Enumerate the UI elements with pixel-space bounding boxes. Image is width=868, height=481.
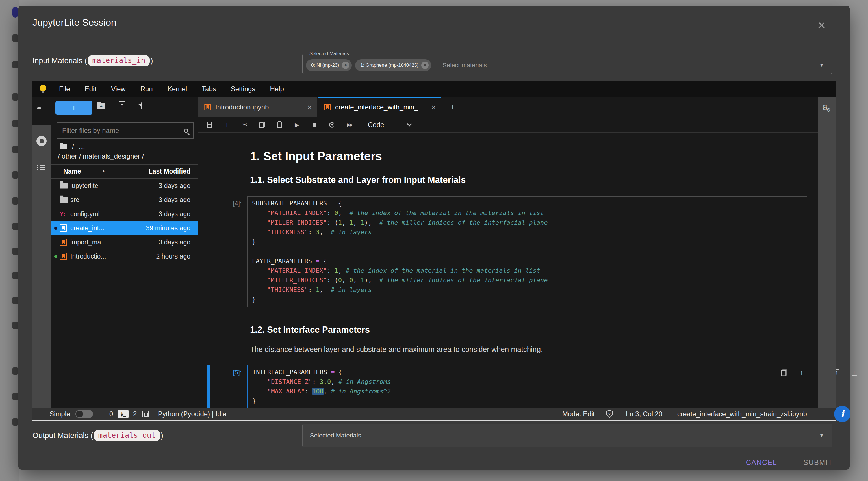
menu-settings[interactable]: Settings [231, 85, 255, 93]
insert-cell-below-icon[interactable]: ↓ [850, 369, 858, 376]
chevron-down-icon[interactable]: ▼ [819, 433, 824, 438]
cancel-button[interactable]: CANCEL [740, 456, 783, 469]
background-app-icon [12, 171, 18, 179]
cell4-prompt: [4]: [200, 200, 242, 207]
tab-create-interface[interactable]: create_interface_with_min_ × [318, 97, 441, 117]
run-icon[interactable]: ▶ [293, 122, 301, 128]
folder-icon [60, 183, 68, 189]
materials-select-legend: Selected Materials [307, 51, 351, 57]
terminal-glyph: $_ [118, 410, 129, 418]
unsaved-dot [54, 227, 57, 230]
background-app-icon [12, 146, 18, 153]
file-row-introduction[interactable]: Introductio... 2 hours ago [51, 249, 198, 263]
background-app-icon [12, 247, 18, 255]
filter-placeholder: Filter files by name [62, 127, 184, 134]
duplicate-cell-icon[interactable] [780, 370, 788, 376]
chevron-down-icon[interactable]: ▼ [819, 62, 824, 68]
tab-filebrowser[interactable] [32, 97, 51, 125]
menu-tabs[interactable]: Tabs [202, 85, 216, 93]
background-app-icon [12, 61, 18, 68]
code-line: "THICKNESS": 3, # in layers [252, 228, 807, 237]
chip-remove-icon[interactable]: × [342, 62, 349, 69]
menu-help[interactable]: Help [270, 85, 284, 93]
filter-files-input[interactable]: Filter files by name [57, 122, 194, 139]
restart-run-all-icon[interactable]: ▶▶ [346, 122, 353, 127]
kernel-count[interactable]: 2 [133, 408, 137, 420]
cut-icon[interactable]: ✂ [241, 122, 248, 128]
trust-shield-icon[interactable]: × [606, 408, 613, 420]
terminal-icon[interactable]: $_ [118, 408, 129, 420]
material-chip[interactable]: 0: Ni (mp-23) × [306, 59, 352, 71]
add-tab-icon[interactable]: + [447, 101, 458, 113]
materials-select-field[interactable]: Selected Materials 0: Ni (mp-23) × 1: Gr… [302, 51, 832, 74]
mode-indicator[interactable]: Mode: Edit [562, 408, 595, 420]
output-materials-select[interactable]: Selected Materials ▼ [302, 424, 832, 447]
submit-button[interactable]: SUBMIT [797, 456, 839, 469]
file-list-header[interactable]: Name ▲ Last Modified [51, 164, 198, 179]
new-folder-icon[interactable]: + [97, 103, 105, 109]
refresh-icon[interactable] [141, 103, 143, 108]
breadcrumb[interactable]: / … [59, 143, 85, 151]
kernel-sessions-icon[interactable] [142, 408, 149, 420]
column-name[interactable]: Name [63, 168, 81, 175]
file-row-import-materials[interactable]: import_ma... 3 days ago [51, 235, 198, 249]
insert-cell-icon[interactable]: + [223, 122, 230, 128]
materials-out-pill: materials_out [94, 430, 160, 441]
breadcrumb-ellipsis[interactable]: … [79, 143, 85, 151]
stop-icon[interactable]: ■ [311, 122, 318, 128]
running-sessions-icon[interactable] [36, 136, 46, 146]
tab-close-icon[interactable]: × [307, 103, 312, 112]
breadcrumb-path[interactable]: / other / materials_designer / [58, 152, 144, 160]
kernel-status-text[interactable]: Python (Pyodide) | Idle [158, 408, 226, 420]
gear-icon[interactable]: ⚙ ⚙ [822, 104, 828, 112]
cell-type-select[interactable]: Code [368, 121, 384, 129]
running-kernel-dot [54, 255, 57, 258]
input-materials-prefix: Input Materials ( [32, 57, 87, 65]
code-cell-4[interactable]: SUBSTRATE_PARAMETERS = { "MATERIAL_INDEX… [247, 197, 807, 307]
menu-edit[interactable]: Edit [85, 85, 96, 93]
close-icon[interactable]: × [817, 18, 826, 32]
menu-run[interactable]: Run [141, 85, 153, 93]
output-materials-label: Output Materials ( materials_out ) [32, 429, 163, 442]
terminal-count[interactable]: 0 [110, 408, 113, 420]
file-row-config-yml[interactable]: Y: config.yml 3 days ago [51, 207, 198, 221]
save-icon[interactable] [206, 122, 213, 128]
code-line: "THICKNESS": 1, # in layers [252, 285, 807, 295]
code-cell-5[interactable]: ↑ ↓ ↑ ↓ INTERFACE_PARAMETERS = { "DISTAN… [247, 365, 807, 409]
breadcrumb-root[interactable]: / [72, 143, 74, 151]
file-row-src[interactable]: src 3 days ago [51, 193, 198, 207]
select-materials-placeholder: Select materials [442, 62, 487, 69]
fast-forward-icon: ▶ [347, 122, 349, 127]
material-chip[interactable]: 1: Graphene (mp-1040425) × [355, 59, 431, 71]
simple-mode-toggle[interactable] [75, 408, 93, 420]
cursor-position[interactable]: Ln 3, Col 20 [626, 408, 662, 420]
restart-kernel-icon[interactable] [328, 122, 336, 128]
sort-asc-icon[interactable]: ▲ [101, 169, 106, 173]
code-line: SUBSTRATE_PARAMETERS = { [252, 199, 807, 208]
search-icon [184, 128, 188, 133]
material-chip-label: 0: Ni (mp-23) [311, 62, 339, 68]
file-row-jupyterlite[interactable]: jupyterlite 3 days ago [51, 179, 198, 193]
menu-view[interactable]: View [111, 85, 126, 93]
chip-remove-icon[interactable]: × [421, 62, 429, 69]
code-line: "DISTANCE_Z": 3.0, # in Angstroms [252, 377, 807, 387]
menu-kernel[interactable]: Kernel [167, 85, 187, 93]
new-launcher-button[interactable]: + [55, 101, 92, 115]
tab-close-icon[interactable]: × [431, 103, 436, 112]
heading-select-substrate: 1.1. Select Substrate and Layer from Inp… [250, 175, 466, 185]
menu-file[interactable]: File [59, 85, 70, 93]
home-folder-icon[interactable] [60, 144, 67, 150]
file-row-create-interface[interactable]: create_int... 39 minutes ago [51, 221, 198, 235]
column-last-modified[interactable]: Last Modified [149, 168, 190, 175]
tab-introduction-ipynb[interactable]: Introduction.ipynb × [198, 97, 317, 117]
info-button[interactable]: i [834, 406, 850, 422]
chevron-down-icon[interactable] [407, 122, 412, 126]
background-app-logo [12, 7, 18, 18]
code-line: "MATERIAL_INDEX": 0, # the index of the … [252, 208, 807, 218]
cell5-prompt: [5]: [200, 369, 242, 376]
paste-icon[interactable] [276, 122, 283, 128]
copy-icon[interactable] [258, 122, 266, 128]
code-line: } [252, 295, 807, 304]
materials-in-pill: materials_in [88, 55, 150, 66]
move-cell-up-icon[interactable]: ↑ [798, 369, 805, 376]
